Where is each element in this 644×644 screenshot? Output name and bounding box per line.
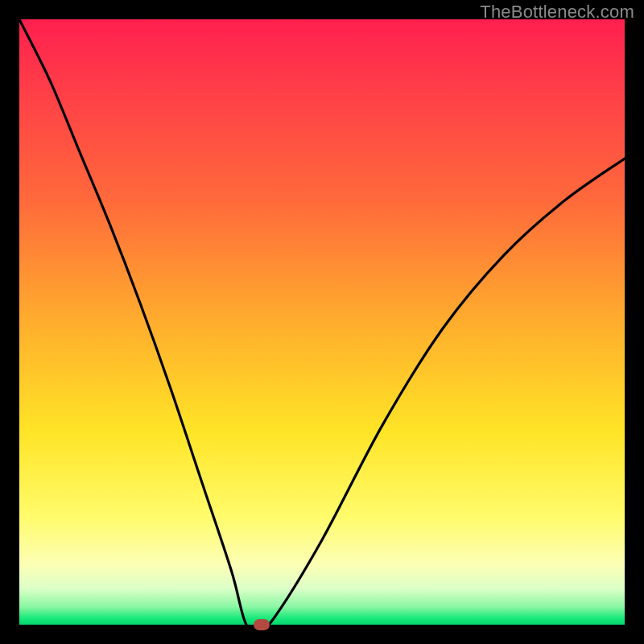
chart-stage: TheBottleneck.com <box>0 0 644 644</box>
plot-area <box>19 19 625 625</box>
curve-path <box>19 19 625 625</box>
marker-dot <box>254 619 270 630</box>
bottleneck-curve <box>19 19 625 625</box>
